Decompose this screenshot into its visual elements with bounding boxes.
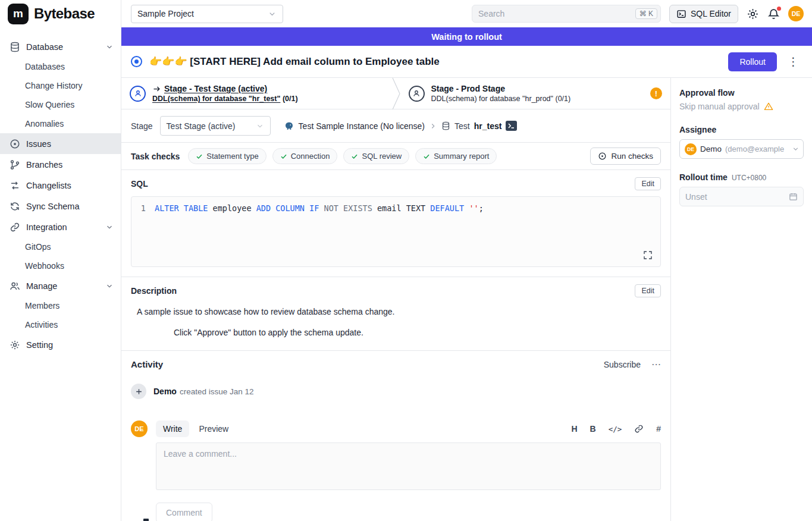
sql-editor-button[interactable]: SQL Editor <box>669 5 738 23</box>
gear-icon <box>10 340 20 350</box>
open-sql-editor-icon[interactable] <box>506 121 517 131</box>
assignee-title: Assignee <box>679 125 804 134</box>
comment-submit-button[interactable]: Comment <box>156 503 212 521</box>
hash-format-button[interactable]: # <box>656 424 661 434</box>
person-icon <box>409 86 425 102</box>
sidebar-item-label: Changelists <box>26 181 71 190</box>
sidebar: m Bytebase Database Databases Change His… <box>0 0 121 521</box>
sidebar-item-issues[interactable]: Issues <box>0 133 121 154</box>
approval-flow-title: Approval flow <box>679 88 804 98</box>
check-pass-icon <box>351 153 358 160</box>
activity-text: created issue Jan 12 <box>180 387 254 396</box>
sidebar-item-integration[interactable]: Integration <box>0 216 121 237</box>
user-avatar[interactable]: DE <box>788 6 804 21</box>
issue-title: 👉👉👉 [START HERE] Add email column to Emp… <box>149 55 721 68</box>
changelist-icon <box>10 180 20 191</box>
brand[interactable]: m Bytebase <box>0 0 121 27</box>
sidebar-item-manage[interactable]: Manage <box>0 275 121 296</box>
sidebar-item-members[interactable]: Members <box>0 296 121 315</box>
activity-menu-button[interactable]: ⋯ <box>651 359 661 370</box>
stage-pipeline: Stage - Test Stage (active) DDL(schema) … <box>121 78 670 109</box>
check-sql-review[interactable]: SQL review <box>343 148 409 164</box>
database-breadcrumb: Test Sample Instance (No license) Test h… <box>284 121 518 131</box>
sidebar-item-label: Sync Schema <box>26 202 79 211</box>
expand-icon[interactable] <box>643 250 653 260</box>
sidebar-item-label: Issues <box>26 139 51 149</box>
stage-select[interactable]: Test Stage (active) <box>160 116 271 136</box>
postgres-icon <box>284 121 294 131</box>
arrow-right-icon <box>152 84 161 93</box>
stage-task-count: (0/1) <box>283 95 298 103</box>
comment-input[interactable] <box>156 442 661 490</box>
tab-preview[interactable]: Preview <box>192 420 236 437</box>
sidebar-item-activities[interactable]: Activities <box>0 315 121 334</box>
sql-statement: ALTER TABLE employee ADD COLUMN IF NOT E… <box>155 203 484 260</box>
rollout-button[interactable]: Rollout <box>728 52 777 71</box>
sidebar-item-setting[interactable]: Setting <box>0 334 121 355</box>
sidebar-item-branches[interactable]: Branches <box>0 154 121 175</box>
gear-icon[interactable] <box>747 8 759 20</box>
rollout-time-input[interactable]: Unset <box>679 187 804 206</box>
database-link[interactable]: hr_test <box>474 121 502 131</box>
assignee-select[interactable]: DE Demo (demo@example <box>679 139 804 159</box>
link-format-icon[interactable] <box>634 424 644 434</box>
database-icon <box>10 42 20 52</box>
sidebar-item-label: Database <box>26 42 63 52</box>
sidebar-item-label: Integration <box>26 222 67 232</box>
project-select[interactable]: Sample Project <box>131 5 283 23</box>
plus-icon <box>131 384 146 399</box>
search-input[interactable] <box>478 9 635 18</box>
sidebar-item-webhooks[interactable]: Webhooks <box>0 256 121 275</box>
skip-approval-label: Skip manual approval <box>679 102 760 111</box>
task-checks-label: Task checks <box>131 152 180 161</box>
sql-section-title: SQL <box>131 179 148 189</box>
stage-card-prod[interactable]: Stage - Prod Stage DDL(schema) for datab… <box>400 78 671 109</box>
bytebase-logo-icon: m <box>8 4 29 24</box>
sql-editor-readonly[interactable]: 1 ALTER TABLE employee ADD COLUMN IF NOT… <box>131 196 661 267</box>
instance-link[interactable]: Test Sample Instance (No license) <box>299 121 425 131</box>
stage-name: Stage - Prod Stage <box>431 84 571 93</box>
sidebar-item-databases[interactable]: Databases <box>0 57 121 76</box>
bell-icon[interactable] <box>767 8 780 20</box>
subscribe-button[interactable]: Subscribe <box>604 360 641 369</box>
run-checks-button[interactable]: Run checks <box>590 147 661 165</box>
composer-tabs: Write Preview H B </> # <box>156 420 661 437</box>
stage-name: Stage - Test Stage (active) <box>164 84 267 93</box>
sidebar-item-gitops[interactable]: GitOps <box>0 237 121 256</box>
description-edit-button[interactable]: Edit <box>635 284 661 297</box>
sql-edit-button[interactable]: Edit <box>635 177 661 190</box>
stage-label: Stage <box>131 121 153 131</box>
sidebar-item-slow-queries[interactable]: Slow Queries <box>0 95 121 114</box>
sidebar-item-database[interactable]: Database <box>0 36 121 57</box>
calendar-icon <box>789 192 798 201</box>
terminal-icon <box>676 9 686 19</box>
timezone-label: UTC+0800 <box>732 174 766 182</box>
sidebar-item-label: Branches <box>26 160 62 170</box>
tab-write[interactable]: Write <box>156 420 189 437</box>
stage-select-value: Test Stage (active) <box>167 121 236 131</box>
check-summary-report[interactable]: Summary report <box>415 148 497 164</box>
check-pass-icon <box>280 153 287 160</box>
heading-format-button[interactable]: H <box>571 424 577 434</box>
check-connection[interactable]: Connection <box>272 148 338 164</box>
description-text: A sample issue to showcase how to review… <box>131 307 661 316</box>
description-section: Description Edit A sample issue to showc… <box>121 277 670 350</box>
activity-actor: Demo <box>153 387 177 396</box>
sidebar-item-anomalies[interactable]: Anomalies <box>0 114 121 133</box>
sidebar-item-changelists[interactable]: Changelists <box>0 175 121 196</box>
sidebar-item-sync-schema[interactable]: Sync Schema <box>0 196 121 216</box>
comment-composer: DE Write Preview H B </> <box>131 420 661 521</box>
issue-menu-button[interactable]: ⋮ <box>784 55 802 68</box>
stage-task-count: (0/1) <box>555 95 570 103</box>
chevron-down-icon <box>268 10 277 18</box>
check-statement-type[interactable]: Statement type <box>188 148 266 164</box>
stage-card-test[interactable]: Stage - Test Stage (active) DDL(schema) … <box>121 78 392 109</box>
bold-format-button[interactable]: B <box>590 424 596 434</box>
brand-name: Bytebase <box>34 5 95 22</box>
sidebar-item-change-history[interactable]: Change History <box>0 76 121 95</box>
search-box[interactable]: ⌘ K <box>472 5 661 23</box>
stage-separator <box>392 78 400 109</box>
code-format-button[interactable]: </> <box>609 425 622 434</box>
search-shortcut: ⌘ K <box>635 8 657 19</box>
comment-badge-icon <box>142 517 150 521</box>
